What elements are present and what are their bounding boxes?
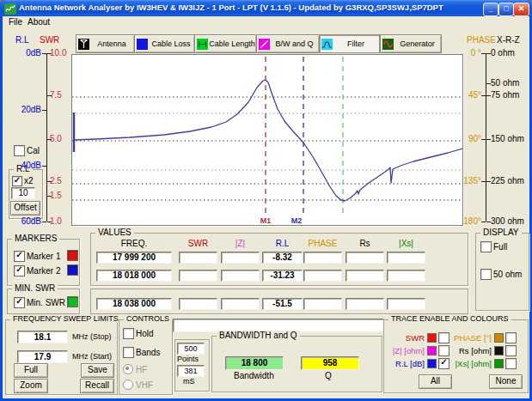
rl-x2-checkbox[interactable] <box>12 176 22 186</box>
axis-tick-label: 180° <box>457 216 481 226</box>
toolbar-button-filter[interactable]: Filter <box>319 34 380 53</box>
trace-checkbox-rs-ohm[interactable] <box>505 345 517 356</box>
display-50ohm-label: 50 ohm <box>493 270 522 279</box>
toolbar-button-b-w-and-q[interactable]: B/W and Q <box>256 34 320 53</box>
display-full-label: Full <box>493 242 507 252</box>
sweep-save-button[interactable]: Save <box>81 363 114 378</box>
axis-tick <box>481 222 486 222</box>
rl-trace-plot: M1M2 <box>72 55 462 225</box>
values-marker2-phase-field[interactable] <box>303 270 342 282</box>
menu-file[interactable]: File <box>7 17 24 27</box>
trace-checkbox-xs-ohm[interactable] <box>505 358 517 369</box>
marker2-checkbox[interactable] <box>14 265 25 276</box>
ms-field[interactable]: 381 <box>177 365 205 377</box>
vhf-radio[interactable] <box>123 380 133 390</box>
min-swr-label: Min. SWR <box>27 298 65 307</box>
toolbar-button-label: Cable Length <box>208 39 256 48</box>
marker1-checkbox[interactable] <box>14 251 25 262</box>
close-button[interactable]: ✕ <box>513 3 529 16</box>
maximize-button[interactable]: □ <box>498 3 514 16</box>
minimize-button[interactable]: _ <box>483 3 498 16</box>
menu-about[interactable]: About <box>26 17 52 27</box>
values-marker1-swr-field[interactable] <box>179 252 217 264</box>
values-marker1-phase-field[interactable] <box>303 252 342 264</box>
toolbar-button-label: Generator <box>394 39 441 48</box>
values-marker1-z-field[interactable] <box>221 252 260 264</box>
toolbar-button-cable-loss[interactable]: Cable Loss <box>134 34 195 53</box>
trace-colour-swatch-z-ohm[interactable] <box>427 346 437 355</box>
values-marker2-z-field[interactable] <box>221 270 260 282</box>
axis-tick <box>42 110 46 111</box>
values-min-swr-rl-field[interactable]: -51.5 <box>262 298 303 310</box>
values-marker1-rl-field[interactable]: -8.32 <box>262 252 303 264</box>
values-marker1-xs-field[interactable] <box>387 252 425 264</box>
points-field[interactable]: 500 <box>177 343 205 355</box>
window-title: Antenna Network Analyser by IW3HEV & IW3… <box>19 3 479 12</box>
values-min-swr-xs-field[interactable] <box>387 298 425 310</box>
min-swr-group-title: MIN. SWR <box>12 283 58 293</box>
axis-tick-label: 75 ohm <box>491 90 527 100</box>
axis-tick <box>47 181 52 182</box>
values-marker1-rs-field[interactable] <box>345 252 384 264</box>
values-marker2-rs-field[interactable] <box>345 270 384 282</box>
axis-tick <box>486 83 491 84</box>
rl-offset-input[interactable]: 10 <box>11 187 35 199</box>
axis-tick-label: 45° <box>457 90 481 100</box>
xrz-axis-caption: X-R-Z <box>497 35 520 45</box>
values-min-swr-rs-field[interactable] <box>345 298 384 310</box>
toolbar-button-generator[interactable]: Generator <box>380 34 442 53</box>
chart-area[interactable]: M1M2 <box>71 54 463 226</box>
trace-all-button[interactable]: All <box>419 374 452 389</box>
values-marker2-xs-field[interactable] <box>387 270 425 282</box>
right-axis-line <box>486 53 486 222</box>
values-min-swr-swr-field[interactable] <box>179 298 217 310</box>
axis-tick <box>47 222 52 222</box>
trace-none-button[interactable]: None <box>489 374 523 389</box>
min-swr-checkbox[interactable] <box>14 297 25 308</box>
display-50ohm-checkbox[interactable] <box>480 269 492 280</box>
marker-label-m2: M2 <box>291 216 303 225</box>
hf-radio[interactable] <box>123 364 133 374</box>
trace-colour-swatch-rs-ohm[interactable] <box>494 346 504 355</box>
values-marker1-freq-field[interactable]: 17 999 200 <box>96 252 172 264</box>
generator-icon <box>382 39 394 50</box>
values-marker2-rl-field[interactable]: -31.23 <box>262 270 303 282</box>
title-bar[interactable]: Antenna Network Analyser by IW3HEV & IW3… <box>0 0 532 16</box>
trace-checkbox-z-ohm[interactable] <box>438 345 449 356</box>
hold-checkbox[interactable] <box>123 328 134 339</box>
values-min-swr-freq-field[interactable]: 18 038 000 <box>96 298 172 310</box>
cable-length-icon <box>197 39 208 50</box>
values-min-swr-phase-field[interactable] <box>303 298 342 310</box>
trace-colour-swatch-r-l-db[interactable] <box>427 359 437 368</box>
trace-colour-swatch-phase[interactable] <box>494 333 504 343</box>
axis-tick-label: 225 ohm <box>491 176 527 185</box>
axis-tick-label: 1.0 <box>50 216 72 226</box>
trace-checkbox-swr[interactable] <box>438 332 449 343</box>
values-marker2-freq-field[interactable]: 18 018 000 <box>96 270 172 282</box>
bands-checkbox[interactable] <box>123 347 134 358</box>
stop-frequency-input[interactable]: 18.1 <box>17 331 68 343</box>
toolbar-button-antenna[interactable]: Antenna <box>76 34 135 53</box>
menu-bar: File About <box>3 16 529 28</box>
trace-colour-swatch-swr[interactable] <box>427 333 437 343</box>
controls-group-title: CONTROLS <box>124 314 172 323</box>
trace-checkbox-r-l-db[interactable] <box>438 358 449 369</box>
sweep-recall-button[interactable]: Recall <box>80 379 114 393</box>
sweep-full-button[interactable]: Full <box>14 363 48 378</box>
trace-checkbox-phase[interactable] <box>505 332 517 343</box>
trace-label-xs-ohm: |Xs| [ohm] <box>452 359 492 368</box>
toolbar-button-cable-length[interactable]: Cable Length <box>194 34 257 53</box>
hf-label: HF <box>136 365 147 374</box>
rl-offset-button[interactable]: Offset <box>10 201 40 216</box>
values-marker2-swr-field[interactable] <box>179 270 217 282</box>
trace-colour-swatch-xs-ohm[interactable] <box>494 359 504 368</box>
display-full-checkbox[interactable] <box>480 241 492 252</box>
values-min-swr-z-field[interactable] <box>221 298 260 310</box>
sweep-zoom-button[interactable]: Zoom <box>14 379 48 393</box>
bwq-icon <box>259 39 270 50</box>
start-frequency-input[interactable]: 17.9 <box>17 350 68 363</box>
toolbar-button-label: Antenna <box>89 39 134 48</box>
bands-label: Bands <box>136 348 160 357</box>
cal-checkbox[interactable] <box>14 145 25 156</box>
phase-axis-caption: PHASE <box>467 35 496 45</box>
